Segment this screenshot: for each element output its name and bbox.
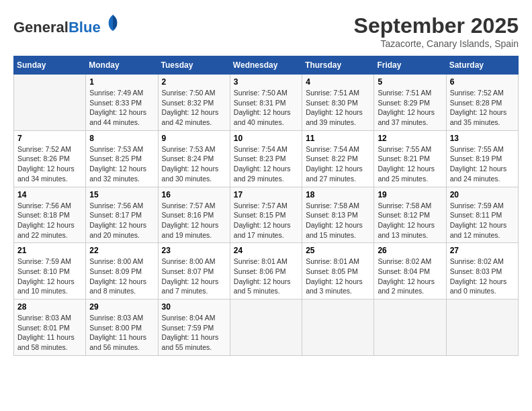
day-info: Sunrise: 7:53 AM Sunset: 8:24 PM Dayligh… bbox=[162, 144, 226, 184]
day-number: 6 bbox=[450, 77, 515, 87]
page-header: GeneralBlue September 2025 Tazacorte, Ca… bbox=[13, 13, 519, 49]
calendar-day-cell: 24Sunrise: 8:01 AM Sunset: 8:06 PM Dayli… bbox=[230, 243, 302, 300]
day-number: 7 bbox=[17, 134, 82, 143]
location-text: Tazacorte, Canary Islands, Spain bbox=[354, 38, 519, 49]
calendar-day-cell: 19Sunrise: 7:58 AM Sunset: 8:12 PM Dayli… bbox=[374, 187, 446, 243]
day-number: 5 bbox=[378, 77, 442, 87]
calendar-day-cell: 25Sunrise: 8:01 AM Sunset: 8:05 PM Dayli… bbox=[302, 243, 374, 300]
day-info: Sunrise: 7:59 AM Sunset: 8:10 PM Dayligh… bbox=[17, 257, 82, 296]
day-number: 19 bbox=[378, 190, 442, 199]
day-number: 25 bbox=[306, 246, 370, 255]
calendar-day-cell: 27Sunrise: 8:02 AM Sunset: 8:03 PM Dayli… bbox=[446, 243, 518, 300]
day-number: 23 bbox=[162, 246, 226, 255]
day-number: 24 bbox=[234, 246, 298, 255]
day-number: 4 bbox=[306, 77, 370, 87]
day-number: 20 bbox=[450, 190, 515, 199]
weekday-header-row: SundayMondayTuesdayWednesdayThursdayFrid… bbox=[14, 56, 519, 75]
weekday-header: Tuesday bbox=[158, 56, 230, 75]
day-info: Sunrise: 7:51 AM Sunset: 8:30 PM Dayligh… bbox=[306, 88, 370, 128]
calendar-day-cell: 12Sunrise: 7:55 AM Sunset: 8:21 PM Dayli… bbox=[374, 130, 446, 187]
day-info: Sunrise: 8:03 AM Sunset: 8:01 PM Dayligh… bbox=[17, 313, 82, 353]
day-number: 29 bbox=[89, 302, 154, 312]
day-info: Sunrise: 7:54 AM Sunset: 8:23 PM Dayligh… bbox=[234, 144, 298, 184]
day-info: Sunrise: 7:58 AM Sunset: 8:13 PM Dayligh… bbox=[306, 201, 370, 240]
calendar-day-cell: 23Sunrise: 8:00 AM Sunset: 8:07 PM Dayli… bbox=[158, 243, 230, 300]
day-info: Sunrise: 8:01 AM Sunset: 8:05 PM Dayligh… bbox=[306, 257, 370, 296]
calendar-day-cell: 10Sunrise: 7:54 AM Sunset: 8:23 PM Dayli… bbox=[230, 130, 302, 187]
calendar-table: SundayMondayTuesdayWednesdayThursdayFrid… bbox=[13, 56, 519, 356]
day-info: Sunrise: 7:52 AM Sunset: 8:28 PM Dayligh… bbox=[450, 88, 515, 128]
day-info: Sunrise: 7:50 AM Sunset: 8:31 PM Dayligh… bbox=[234, 88, 298, 128]
day-number: 17 bbox=[234, 190, 298, 199]
day-number: 13 bbox=[450, 134, 515, 143]
calendar-day-cell: 9Sunrise: 7:53 AM Sunset: 8:24 PM Daylig… bbox=[158, 130, 230, 187]
day-number: 1 bbox=[89, 77, 154, 87]
day-number: 8 bbox=[89, 134, 154, 143]
calendar-day-cell: 2Sunrise: 7:50 AM Sunset: 8:32 PM Daylig… bbox=[158, 75, 230, 131]
day-number: 9 bbox=[162, 134, 226, 143]
calendar-day-cell: 3Sunrise: 7:50 AM Sunset: 8:31 PM Daylig… bbox=[230, 75, 302, 131]
calendar-week-row: 21Sunrise: 7:59 AM Sunset: 8:10 PM Dayli… bbox=[14, 243, 519, 300]
calendar-day-cell: 20Sunrise: 7:59 AM Sunset: 8:11 PM Dayli… bbox=[446, 187, 518, 243]
day-info: Sunrise: 7:57 AM Sunset: 8:15 PM Dayligh… bbox=[234, 201, 298, 240]
calendar-day-cell: 11Sunrise: 7:54 AM Sunset: 8:22 PM Dayli… bbox=[302, 130, 374, 187]
day-number: 22 bbox=[89, 246, 154, 255]
calendar-day-cell bbox=[446, 300, 518, 356]
day-number: 10 bbox=[234, 134, 298, 143]
day-info: Sunrise: 8:02 AM Sunset: 8:03 PM Dayligh… bbox=[450, 257, 515, 296]
day-info: Sunrise: 7:55 AM Sunset: 8:21 PM Dayligh… bbox=[378, 144, 442, 184]
day-info: Sunrise: 7:56 AM Sunset: 8:17 PM Dayligh… bbox=[89, 201, 154, 240]
day-number: 16 bbox=[162, 190, 226, 199]
calendar-day-cell: 14Sunrise: 7:56 AM Sunset: 8:18 PM Dayli… bbox=[14, 187, 86, 243]
day-info: Sunrise: 7:54 AM Sunset: 8:22 PM Dayligh… bbox=[306, 144, 370, 184]
calendar-week-row: 28Sunrise: 8:03 AM Sunset: 8:01 PM Dayli… bbox=[14, 300, 519, 356]
day-info: Sunrise: 7:49 AM Sunset: 8:33 PM Dayligh… bbox=[89, 88, 154, 128]
day-number: 30 bbox=[162, 302, 226, 312]
logo-icon bbox=[106, 13, 120, 32]
day-info: Sunrise: 8:04 AM Sunset: 7:59 PM Dayligh… bbox=[162, 313, 226, 353]
calendar-day-cell: 29Sunrise: 8:03 AM Sunset: 8:00 PM Dayli… bbox=[86, 300, 158, 356]
calendar-day-cell bbox=[374, 300, 446, 356]
day-info: Sunrise: 8:01 AM Sunset: 8:06 PM Dayligh… bbox=[234, 257, 298, 296]
weekday-header: Monday bbox=[86, 56, 158, 75]
calendar-week-row: 14Sunrise: 7:56 AM Sunset: 8:18 PM Dayli… bbox=[14, 187, 519, 243]
day-number: 14 bbox=[17, 190, 82, 199]
day-info: Sunrise: 7:57 AM Sunset: 8:16 PM Dayligh… bbox=[162, 201, 226, 240]
month-title: September 2025 bbox=[354, 13, 519, 38]
calendar-day-cell: 5Sunrise: 7:51 AM Sunset: 8:29 PM Daylig… bbox=[374, 75, 446, 131]
day-number: 21 bbox=[17, 246, 82, 255]
calendar-day-cell: 17Sunrise: 7:57 AM Sunset: 8:15 PM Dayli… bbox=[230, 187, 302, 243]
day-number: 18 bbox=[306, 190, 370, 199]
calendar-day-cell: 30Sunrise: 8:04 AM Sunset: 7:59 PM Dayli… bbox=[158, 300, 230, 356]
calendar-day-cell: 21Sunrise: 7:59 AM Sunset: 8:10 PM Dayli… bbox=[14, 243, 86, 300]
day-number: 2 bbox=[162, 77, 226, 87]
calendar-week-row: 7Sunrise: 7:52 AM Sunset: 8:26 PM Daylig… bbox=[14, 130, 519, 187]
calendar-day-cell: 4Sunrise: 7:51 AM Sunset: 8:30 PM Daylig… bbox=[302, 75, 374, 131]
calendar-day-cell: 8Sunrise: 7:53 AM Sunset: 8:25 PM Daylig… bbox=[86, 130, 158, 187]
calendar-week-row: 1Sunrise: 7:49 AM Sunset: 8:33 PM Daylig… bbox=[14, 75, 519, 131]
day-info: Sunrise: 7:55 AM Sunset: 8:19 PM Dayligh… bbox=[450, 144, 515, 184]
weekday-header: Saturday bbox=[446, 56, 518, 75]
calendar-day-cell bbox=[14, 75, 86, 131]
calendar-day-cell: 15Sunrise: 7:56 AM Sunset: 8:17 PM Dayli… bbox=[86, 187, 158, 243]
day-number: 11 bbox=[306, 134, 370, 143]
calendar-day-cell: 28Sunrise: 8:03 AM Sunset: 8:01 PM Dayli… bbox=[14, 300, 86, 356]
title-block: September 2025 Tazacorte, Canary Islands… bbox=[354, 13, 519, 49]
day-info: Sunrise: 8:00 AM Sunset: 8:07 PM Dayligh… bbox=[162, 257, 226, 296]
calendar-day-cell: 6Sunrise: 7:52 AM Sunset: 8:28 PM Daylig… bbox=[446, 75, 518, 131]
calendar-day-cell: 16Sunrise: 7:57 AM Sunset: 8:16 PM Dayli… bbox=[158, 187, 230, 243]
weekday-header: Wednesday bbox=[230, 56, 302, 75]
weekday-header: Friday bbox=[374, 56, 446, 75]
day-info: Sunrise: 8:03 AM Sunset: 8:00 PM Dayligh… bbox=[89, 313, 154, 353]
calendar-day-cell: 18Sunrise: 7:58 AM Sunset: 8:13 PM Dayli… bbox=[302, 187, 374, 243]
day-number: 12 bbox=[378, 134, 442, 143]
day-info: Sunrise: 7:53 AM Sunset: 8:25 PM Dayligh… bbox=[89, 144, 154, 184]
calendar-day-cell: 22Sunrise: 8:00 AM Sunset: 8:09 PM Dayli… bbox=[86, 243, 158, 300]
day-info: Sunrise: 8:02 AM Sunset: 8:04 PM Dayligh… bbox=[378, 257, 442, 296]
day-info: Sunrise: 8:00 AM Sunset: 8:09 PM Dayligh… bbox=[89, 257, 154, 296]
day-info: Sunrise: 7:52 AM Sunset: 8:26 PM Dayligh… bbox=[17, 144, 82, 184]
day-number: 3 bbox=[234, 77, 298, 87]
calendar-day-cell: 1Sunrise: 7:49 AM Sunset: 8:33 PM Daylig… bbox=[86, 75, 158, 131]
day-info: Sunrise: 7:59 AM Sunset: 8:11 PM Dayligh… bbox=[450, 201, 515, 240]
day-info: Sunrise: 7:56 AM Sunset: 8:18 PM Dayligh… bbox=[17, 201, 82, 240]
